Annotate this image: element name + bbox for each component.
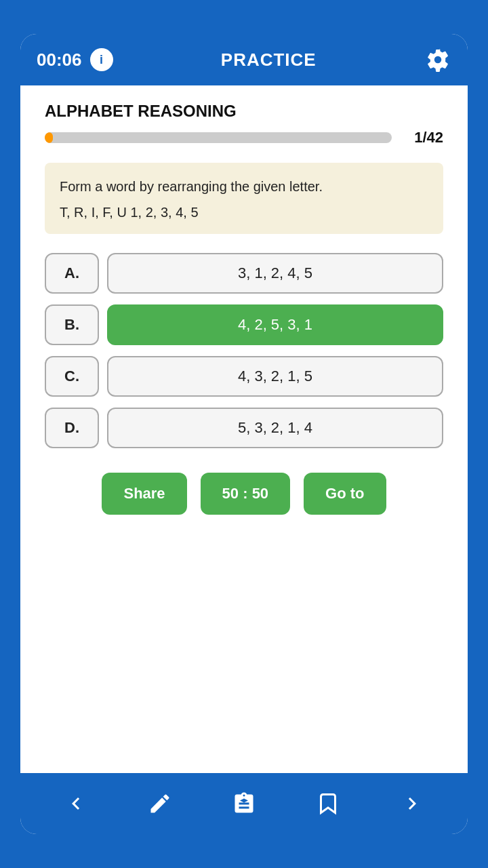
info-icon[interactable]: i [90, 48, 113, 71]
bookmark-button[interactable] [308, 783, 348, 824]
option-row-d: D. 5, 3, 2, 1, 4 [45, 408, 443, 448]
back-button[interactable] [56, 783, 96, 824]
option-value-b[interactable]: 4, 2, 5, 3, 1 [107, 304, 443, 345]
option-value-d[interactable]: 5, 3, 2, 1, 4 [107, 408, 443, 448]
progress-bar-fill [45, 132, 53, 143]
fifty-fifty-button[interactable]: 50 : 50 [201, 473, 291, 515]
progress-label: 1/42 [403, 129, 443, 146]
bottom-navigation [20, 773, 468, 834]
option-label-d[interactable]: D. [45, 408, 99, 448]
go-to-button[interactable]: Go to [304, 473, 386, 515]
option-label-c[interactable]: C. [45, 356, 99, 397]
header: 00:06 i PRACTICE [20, 34, 468, 85]
question-letters: T, R, I, F, U 1, 2, 3, 4, 5 [60, 205, 428, 220]
settings-icon[interactable] [424, 46, 451, 73]
option-row-b: B. 4, 2, 5, 3, 1 [45, 304, 443, 345]
options-list: A. 3, 1, 2, 4, 5 B. 4, 2, 5, 3, 1 C. [45, 253, 443, 448]
option-label-a[interactable]: A. [45, 253, 99, 294]
header-title: PRACTICE [221, 50, 317, 71]
share-button[interactable]: Share [102, 473, 186, 515]
progress-bar-background [45, 132, 392, 143]
option-row-c: C. 4, 3, 2, 1, 5 [45, 356, 443, 397]
header-left: 00:06 i [37, 48, 113, 71]
question-box: Form a word by rearranging the given let… [45, 163, 443, 234]
timer-display: 00:06 [37, 50, 82, 71]
section-title: ALPHABET REASONING [45, 102, 443, 121]
option-label-b[interactable]: B. [45, 304, 99, 345]
forward-button[interactable] [392, 783, 432, 824]
progress-row: 1/42 [45, 129, 443, 146]
edit-button[interactable] [140, 783, 180, 824]
question-instruction: Form a word by rearranging the given let… [60, 176, 428, 197]
option-value-a[interactable]: 3, 1, 2, 4, 5 [107, 253, 443, 294]
main-content: ALPHABET REASONING 1/42 Form a word by r… [20, 85, 468, 773]
action-buttons: Share 50 : 50 Go to [45, 473, 443, 515]
option-row-a: A. 3, 1, 2, 4, 5 [45, 253, 443, 294]
clipboard-button[interactable] [224, 783, 264, 824]
option-value-c[interactable]: 4, 3, 2, 1, 5 [107, 356, 443, 397]
